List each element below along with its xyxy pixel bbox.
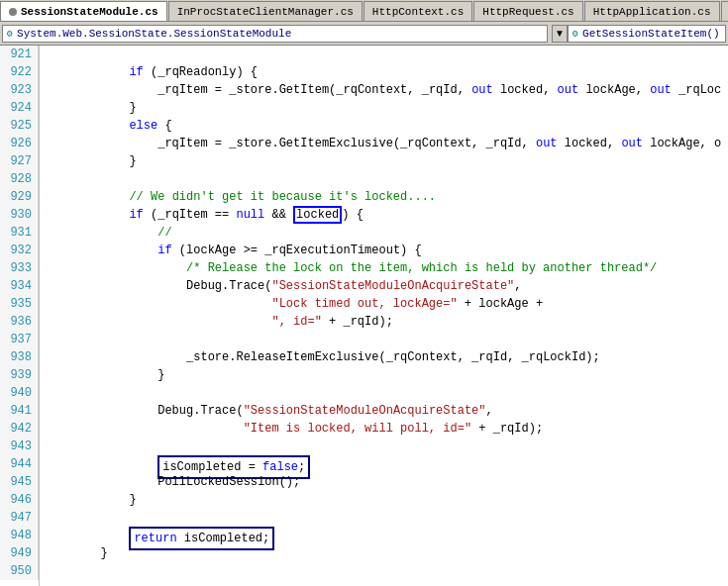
code-line-930: if (_rqItem == null && locked) { xyxy=(44,206,728,224)
code-line-937 xyxy=(44,331,728,348)
line-num-950: 950 xyxy=(0,562,39,580)
code-line-946: } xyxy=(44,491,728,509)
tab-session-state[interactable]: SessionStateModule.cs xyxy=(0,1,167,21)
code-line-929: // We didn't get it because it's locked.… xyxy=(44,188,728,206)
code-line-948: return isCompleted; xyxy=(44,527,728,544)
method-icon: ⚙ xyxy=(572,28,578,40)
line-num-942: 942 xyxy=(0,420,39,438)
line-num-940: 940 xyxy=(0,384,39,402)
tab-http-request[interactable]: HttpRequest.cs xyxy=(473,1,582,21)
class-selector[interactable]: ⚙ System.Web.SessionState.SessionStateMo… xyxy=(2,25,548,43)
code-line-942: "Item is locked, will poll, id=" + _rqId… xyxy=(44,420,728,438)
code-line-925: else { xyxy=(44,117,728,135)
tab-inproc[interactable]: InProcStateClientManager.cs xyxy=(168,1,363,21)
line-num-945: 945 xyxy=(0,473,39,491)
code-line-921 xyxy=(44,46,728,63)
line-num-922: 922 xyxy=(0,63,39,81)
class-icon: ⚙ xyxy=(7,28,13,40)
line-num-934: 934 xyxy=(0,277,39,295)
code-line-945: PollLockedSession(); xyxy=(44,473,728,491)
line-num-926: 926 xyxy=(0,135,39,152)
tab-label-http-application: HttpApplication.cs xyxy=(593,6,711,18)
tab-label-http-request: HttpRequest.cs xyxy=(482,6,573,18)
code-line-941: Debug.Trace("SessionStateModuleOnAcquire… xyxy=(44,402,728,420)
method-selector[interactable]: ⚙ GetSessionStateItem() xyxy=(568,25,726,43)
tab-a-aspx[interactable]: A.aspx xyxy=(721,1,728,21)
code-line-944: isCompleted = false; xyxy=(44,455,728,473)
line-num-931: 931 xyxy=(0,224,39,242)
line-num-947: 947 xyxy=(0,509,39,527)
code-line-922: if (_rqReadonly) { xyxy=(44,63,728,81)
tab-label-session-state: SessionStateModule.cs xyxy=(21,6,158,18)
code-line-924: } xyxy=(44,99,728,117)
line-num-948: 948 xyxy=(0,527,39,544)
code-line-933: /* Release the lock on the item, which i… xyxy=(44,259,728,277)
line-num-930: 930 xyxy=(0,206,39,224)
code-area: 921 922 923 924 925 926 927 928 929 930 … xyxy=(0,46,728,586)
code-line-935: "Lock timed out, lockAge=" + lockAge + xyxy=(44,295,728,313)
tab-label-http-context: HttpContext.cs xyxy=(372,6,464,18)
toolbar: ⚙ System.Web.SessionState.SessionStateMo… xyxy=(0,22,728,46)
line-num-923: 923 xyxy=(0,81,39,99)
line-num-932: 932 xyxy=(0,242,39,259)
line-num-935: 935 xyxy=(0,295,39,313)
line-num-944: 944 xyxy=(0,455,39,473)
line-num-921: 921 xyxy=(0,46,39,63)
code-content: if (_rqReadonly) { _rqItem = _store.GetI… xyxy=(40,46,728,586)
line-num-925: 925 xyxy=(0,117,39,135)
line-num-941: 941 xyxy=(0,402,39,420)
line-num-943: 943 xyxy=(0,438,39,455)
line-num-946: 946 xyxy=(0,491,39,509)
tab-dot xyxy=(9,8,17,16)
code-line-927: } xyxy=(44,152,728,170)
tab-http-application[interactable]: HttpApplication.cs xyxy=(584,1,720,21)
code-line-923: _rqItem = _store.GetItem(_rqContext, _rq… xyxy=(44,81,728,99)
code-line-931: // xyxy=(44,224,728,242)
code-line-932: if (lockAge >= _rqExecutionTimeout) { xyxy=(44,242,728,259)
line-num-929: 929 xyxy=(0,188,39,206)
class-dropdown-button[interactable]: ▼ xyxy=(552,25,568,43)
tab-bar: SessionStateModule.cs InProcStateClientM… xyxy=(0,0,728,22)
code-line-943 xyxy=(44,438,728,455)
line-num-937: 937 xyxy=(0,331,39,348)
line-numbers: 921 922 923 924 925 926 927 928 929 930 … xyxy=(0,46,40,586)
line-num-927: 927 xyxy=(0,152,39,170)
line-num-938: 938 xyxy=(0,348,39,366)
code-line-939: } xyxy=(44,366,728,384)
code-line-934: Debug.Trace("SessionStateModuleOnAcquire… xyxy=(44,277,728,295)
line-num-924: 924 xyxy=(0,99,39,117)
line-num-933: 933 xyxy=(0,259,39,277)
line-num-928: 928 xyxy=(0,170,39,188)
code-line-940 xyxy=(44,384,728,402)
code-line-928 xyxy=(44,170,728,188)
code-line-926: _rqItem = _store.GetItemExclusive(_rqCon… xyxy=(44,135,728,152)
ide-window: SessionStateModule.cs InProcStateClientM… xyxy=(0,0,728,586)
method-name: GetSessionStateItem() xyxy=(582,28,720,40)
class-name: System.Web.SessionState.SessionStateModu… xyxy=(17,28,543,40)
tab-http-context[interactable]: HttpContext.cs xyxy=(364,1,472,21)
code-line-947 xyxy=(44,509,728,527)
code-line-950 xyxy=(44,562,728,580)
code-line-938: _store.ReleaseItemExclusive(_rqContext, … xyxy=(44,348,728,366)
line-num-936: 936 xyxy=(0,313,39,331)
tab-label-inproc: InProcStateClientManager.cs xyxy=(177,6,354,18)
line-num-939: 939 xyxy=(0,366,39,384)
line-num-949: 949 xyxy=(0,544,39,562)
code-line-936: ", id=" + _rqId); xyxy=(44,313,728,331)
